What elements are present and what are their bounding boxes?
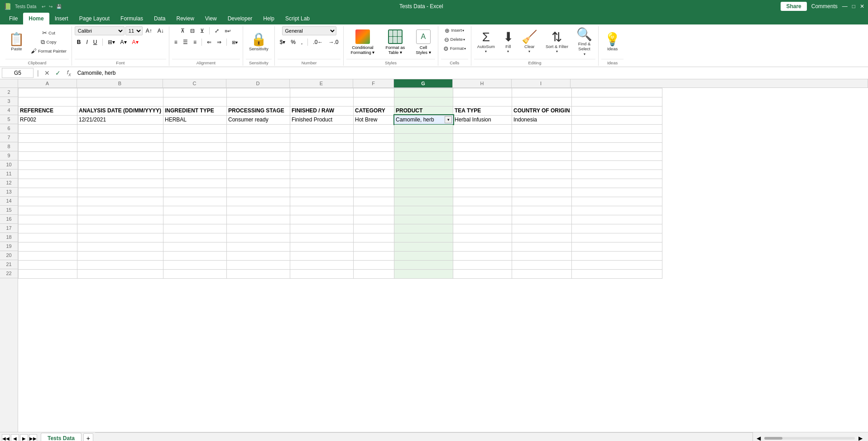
cell-i7[interactable]: [512, 133, 572, 142]
cell-f20[interactable]: [354, 251, 394, 260]
cell-d22[interactable]: [227, 269, 290, 278]
cell-extra16[interactable]: [571, 215, 662, 224]
cell-i16[interactable]: [512, 215, 572, 224]
cell-a11[interactable]: [19, 170, 77, 179]
increase-decimal-button[interactable]: →.0: [326, 38, 340, 47]
cell-c9[interactable]: [163, 151, 227, 160]
scroll-tab-right-button[interactable]: ▶: [20, 434, 28, 441]
scroll-tab-left-button[interactable]: ◀: [11, 434, 19, 441]
cell-h9[interactable]: [453, 151, 512, 160]
cell-f4[interactable]: CATEGORY: [354, 106, 394, 115]
cell-h18[interactable]: [453, 233, 512, 242]
cell-d9[interactable]: [227, 151, 290, 160]
cell-extra15[interactable]: [571, 206, 662, 215]
cell-extra3[interactable]: [571, 97, 662, 106]
cell-extra2[interactable]: [571, 88, 662, 97]
col-header-e[interactable]: E: [290, 79, 353, 87]
cell-d5[interactable]: Consumer ready: [227, 115, 290, 124]
borders-button[interactable]: ⊞▾: [106, 38, 117, 47]
cell-c12[interactable]: [163, 179, 227, 188]
cancel-formula-button[interactable]: ✕: [43, 69, 52, 77]
cell-e11[interactable]: [290, 170, 354, 179]
cell-h17[interactable]: [453, 224, 512, 233]
cell-e6[interactable]: [290, 124, 354, 133]
col-header-b[interactable]: B: [77, 79, 163, 87]
sensitivity-button[interactable]: 🔒 Sensitivity: [246, 29, 272, 55]
cell-e21[interactable]: [290, 260, 354, 269]
cell-i12[interactable]: [512, 179, 572, 188]
underline-button[interactable]: U: [91, 38, 100, 47]
cell-e8[interactable]: [290, 142, 354, 151]
cell-h5[interactable]: Herbal Infusion: [453, 115, 512, 124]
cell-c5[interactable]: HERBAL: [163, 115, 227, 124]
cell-c6[interactable]: [163, 124, 227, 133]
cell-g13[interactable]: [394, 188, 453, 197]
confirm-formula-button[interactable]: ✓: [53, 69, 62, 77]
italic-button[interactable]: I: [84, 38, 90, 47]
cell-d15[interactable]: [227, 206, 290, 215]
cell-e13[interactable]: [290, 188, 354, 197]
share-button[interactable]: Share: [781, 2, 806, 11]
decrease-decimal-button[interactable]: .0←: [311, 38, 325, 47]
cell-h10[interactable]: [453, 160, 512, 170]
cell-f6[interactable]: [354, 124, 394, 133]
cell-e7[interactable]: [290, 133, 354, 142]
cell-h19[interactable]: [453, 242, 512, 251]
percent-button[interactable]: %: [288, 38, 298, 47]
cell-e19[interactable]: [290, 242, 354, 251]
cell-b7[interactable]: [77, 133, 163, 142]
cell-f3[interactable]: [354, 97, 394, 106]
close-button[interactable]: ✕: [860, 3, 864, 10]
dropdown-arrow-g5[interactable]: ▾: [445, 116, 452, 123]
cell-h6[interactable]: [453, 124, 512, 133]
cell-f8[interactable]: [354, 142, 394, 151]
cell-b5[interactable]: 12/21/2021: [77, 115, 163, 124]
cell-h14[interactable]: [453, 197, 512, 206]
scroll-tabs-right-button[interactable]: ▶▶: [29, 434, 37, 441]
cell-e18[interactable]: [290, 233, 354, 242]
col-header-g[interactable]: G: [394, 79, 453, 87]
increase-indent-button[interactable]: ⇒: [215, 38, 224, 47]
cell-d16[interactable]: [227, 215, 290, 224]
add-sheet-button[interactable]: +: [83, 433, 93, 441]
cell-a4[interactable]: REFERENCE: [19, 106, 77, 115]
cell-i20[interactable]: [512, 251, 572, 260]
cell-extra18[interactable]: [571, 233, 662, 242]
cell-reference-box[interactable]: [2, 68, 34, 78]
clear-button[interactable]: 🧹 Clear ▾: [518, 29, 541, 55]
cell-a2[interactable]: [19, 88, 77, 97]
cell-f18[interactable]: [354, 233, 394, 242]
scroll-tabs-left-button[interactable]: ◀◀: [2, 434, 10, 441]
cell-e3[interactable]: [290, 97, 354, 106]
accounting-button[interactable]: $▾: [278, 38, 288, 47]
cell-b4[interactable]: ANALYSIS DATE (DD/MM/YYYY): [77, 106, 163, 115]
cell-extra17[interactable]: [571, 224, 662, 233]
cell-i14[interactable]: [512, 197, 572, 206]
formula-input[interactable]: [76, 69, 866, 77]
format-button[interactable]: ⚙ Format ▾: [441, 44, 468, 53]
cell-f19[interactable]: [354, 242, 394, 251]
maximize-button[interactable]: □: [852, 3, 855, 10]
cell-i13[interactable]: [512, 188, 572, 197]
cell-d2[interactable]: [227, 88, 290, 97]
cell-g9[interactable]: [394, 151, 453, 160]
cell-e20[interactable]: [290, 251, 354, 260]
tab-page-layout[interactable]: Page Layout: [74, 13, 115, 24]
cell-c16[interactable]: [163, 215, 227, 224]
cell-f21[interactable]: [354, 260, 394, 269]
cell-a18[interactable]: [19, 233, 77, 242]
cell-g18[interactable]: [394, 233, 453, 242]
cell-d19[interactable]: [227, 242, 290, 251]
cell-i21[interactable]: [512, 260, 572, 269]
cell-b14[interactable]: [77, 197, 163, 206]
cell-b2[interactable]: [77, 88, 163, 97]
cell-extra11[interactable]: [571, 170, 662, 179]
find-select-button[interactable]: 🔍 Find &Select ▾: [573, 26, 595, 58]
cell-e9[interactable]: [290, 151, 354, 160]
font-name-select[interactable]: Calibri: [75, 26, 125, 35]
cell-g15[interactable]: [394, 206, 453, 215]
format-painter-button[interactable]: 🖌 Format Painter: [29, 47, 69, 55]
cell-g7[interactable]: [394, 133, 453, 142]
cell-g14[interactable]: [394, 197, 453, 206]
cell-h12[interactable]: [453, 179, 512, 188]
